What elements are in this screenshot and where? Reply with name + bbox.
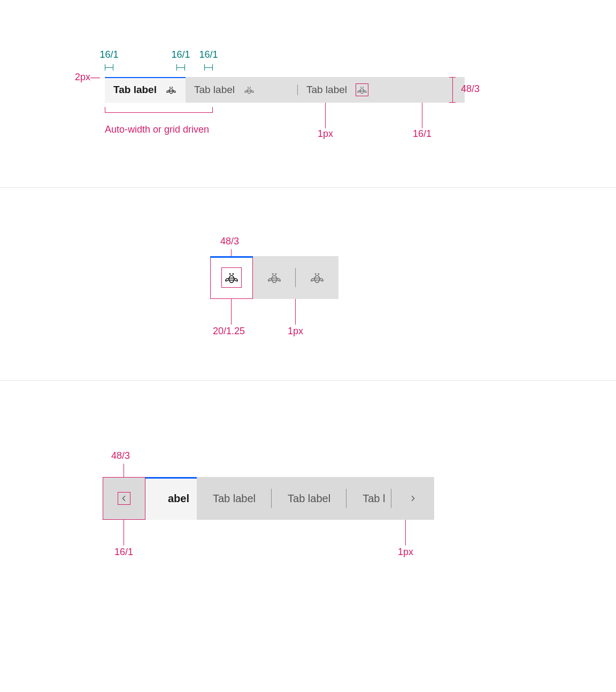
dim-marker (176, 64, 185, 71)
dim-marker (105, 64, 113, 71)
bee-icon (165, 84, 177, 96)
tab-selected-partial[interactable]: abel (145, 477, 197, 520)
bee-icon (243, 84, 255, 96)
tab[interactable]: Tab label (298, 77, 410, 103)
pointer-line (295, 299, 296, 325)
icon-size-label: 16/1 (413, 128, 432, 140)
icon-tab-selected[interactable] (210, 256, 253, 299)
figure-icon-only-tabs: 48/3 20/1.25 1px (0, 188, 616, 380)
svg-point-15 (314, 275, 319, 282)
chevron-right-icon (409, 493, 417, 505)
tab-partial[interactable]: Tab l (346, 477, 391, 520)
chevron-left-icon (118, 492, 130, 505)
tab[interactable]: Tab label (272, 477, 346, 520)
svg-point-10 (229, 273, 231, 275)
tab-label: Tab label (194, 84, 235, 96)
svg-point-16 (315, 273, 317, 275)
divider-label: 1px (318, 128, 333, 140)
tab-label: Tab label (113, 84, 157, 96)
scroll-prev-button[interactable] (103, 477, 145, 520)
pointer-line (422, 103, 422, 128)
icon-tab[interactable] (296, 256, 338, 299)
svg-point-2 (172, 87, 173, 88)
svg-point-0 (170, 88, 173, 94)
pointer-line (405, 520, 406, 545)
scrollable-tabs-row: abel Tab label Tab label Tab l (103, 477, 434, 520)
svg-point-11 (232, 273, 234, 275)
pointer-line (231, 249, 232, 256)
divider-label: 1px (398, 547, 413, 558)
top-border-label: 2px— (75, 72, 100, 83)
tab-label: Tab label (213, 493, 256, 505)
tab[interactable]: Tab label (186, 77, 298, 103)
bee-icon-spec-highlight (221, 267, 242, 288)
svg-point-17 (318, 273, 319, 275)
tab[interactable]: Tab label (197, 477, 272, 520)
height-dim (449, 77, 456, 103)
pointer-line (124, 464, 124, 477)
scroll-next-button[interactable] (391, 477, 434, 520)
tab-label: Tab label (288, 493, 330, 505)
figure-tabs-with-labels: 16/1 16/1 16/1 2px— Tab label Tab label … (0, 0, 616, 187)
svg-point-13 (272, 273, 274, 275)
spacing-label: 16/1 (170, 49, 191, 60)
height-label: 48/3 (461, 83, 480, 95)
divider-label: 1px (288, 326, 303, 337)
tab-label: Tab l (363, 493, 385, 505)
tab-overflow (410, 77, 465, 103)
spacing-label: 16/1 (98, 49, 120, 60)
tabs-row: Tab label Tab label Tab label (105, 77, 465, 103)
spacing-label: 16/1 (198, 49, 219, 60)
dim-marker (204, 64, 213, 71)
pointer-line (124, 520, 124, 545)
svg-point-4 (248, 87, 249, 88)
pointer-line (231, 299, 232, 325)
svg-point-7 (360, 87, 361, 88)
auto-width-note: Auto-width or grid driven (105, 124, 209, 135)
size-label: 48/3 (220, 236, 239, 247)
svg-point-3 (248, 88, 251, 94)
svg-point-5 (250, 87, 251, 88)
tab-selected[interactable]: Tab label (105, 77, 186, 103)
bee-icon (266, 270, 282, 286)
tab-label-fragment: abel (168, 493, 189, 505)
icon-size-label: 20/1.25 (213, 326, 245, 337)
button-size-label: 48/3 (111, 450, 130, 462)
tab-label: Tab label (306, 84, 347, 96)
width-bracket (105, 107, 213, 112)
icon-tab[interactable] (253, 256, 296, 299)
svg-point-9 (229, 275, 234, 282)
bee-icon (309, 270, 325, 286)
svg-point-12 (272, 275, 276, 282)
svg-point-8 (363, 87, 364, 88)
pointer-line (325, 103, 326, 128)
svg-point-6 (360, 88, 364, 94)
icon-tabs-row (210, 256, 338, 299)
figure-scrollable-tabs: 48/3 abel Tab label Tab label Tab l (0, 381, 616, 595)
svg-point-14 (275, 273, 276, 275)
svg-point-1 (170, 87, 171, 88)
chevron-size-label: 16/1 (114, 547, 133, 558)
bee-icon-spec-highlight (356, 83, 368, 96)
